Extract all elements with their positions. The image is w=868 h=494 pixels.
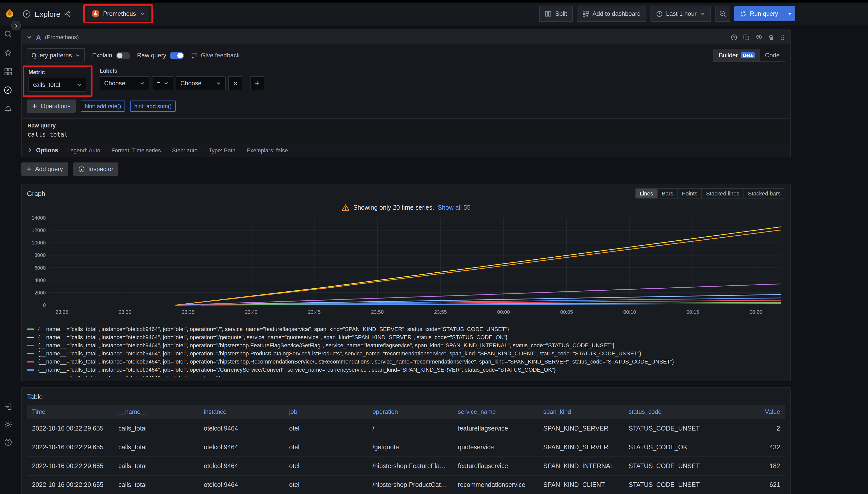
svg-text:0: 0 (43, 302, 46, 308)
duplicate-query-icon[interactable] (743, 34, 749, 40)
alerting-bell-icon[interactable] (3, 104, 12, 113)
graph-mode-bars[interactable]: Bars (657, 189, 677, 198)
collapse-chevron-icon[interactable] (26, 34, 32, 40)
hint-add-sum-button[interactable]: hint: add sum() (130, 100, 176, 112)
give-feedback-button[interactable]: Give feedback (191, 52, 240, 59)
table-cell: 2022-10-16 00:22:29.655 (27, 475, 113, 494)
column-header-instance[interactable]: instance (199, 405, 284, 419)
grafana-explore-page: Explore Prometheus (0, 0, 868, 494)
table-cell: 2 (714, 419, 785, 438)
sign-in-icon[interactable] (3, 402, 12, 411)
legend-item[interactable]: {__name__="calls_total", instance="otelc… (27, 333, 785, 341)
inspector-button[interactable]: Inspector (73, 163, 119, 176)
column-header-operation[interactable]: operation (367, 405, 453, 419)
svg-text:23:40: 23:40 (245, 309, 257, 315)
table-cell: STATUS_CODE_UNSET (623, 419, 714, 438)
builder-mode-option[interactable]: Builder Beta (714, 49, 760, 61)
column-header-name[interactable]: __name__ (113, 405, 199, 419)
editor-mode-switch: Builder Beta Code (713, 49, 785, 62)
raw-query-toggle[interactable]: Raw query (137, 52, 184, 59)
graph-panel-title: Graph (27, 190, 45, 197)
raw-query-label: Raw query (137, 52, 166, 59)
show-all-series-link[interactable]: Show all 55 (437, 204, 470, 211)
left-sidebar (0, 25, 16, 494)
label-value-value: Choose (180, 80, 201, 87)
svg-text:14000: 14000 (32, 215, 46, 221)
hide-response-eye-icon[interactable] (755, 34, 762, 41)
svg-text:10000: 10000 (32, 240, 46, 246)
legend-item[interactable]: {__name__="calls_total", instance="otelc… (27, 365, 785, 374)
dashboards-icon[interactable] (3, 67, 12, 76)
svg-text:00:10: 00:10 (623, 309, 636, 315)
graph-canvas[interactable]: 0200040006000800010000120001400023:2523:… (27, 215, 785, 321)
query-row-header[interactable]: A (Prometheus) (22, 30, 790, 44)
graph-legend: {__name__="calls_total", instance="otelc… (27, 325, 785, 377)
options-label[interactable]: Options (36, 147, 58, 153)
legend-item[interactable]: {__name__="calls_total", instance="otelc… (27, 341, 785, 349)
remove-query-trash-icon[interactable] (768, 34, 775, 40)
column-header-spankind[interactable]: span_kind (538, 405, 623, 419)
graph-mode-points[interactable]: Points (677, 189, 702, 198)
split-button[interactable]: Split (540, 5, 573, 22)
legend-item[interactable]: {__name__="calls_total", instance="otelc… (27, 357, 785, 365)
column-header-job[interactable]: job (284, 405, 367, 419)
options-summary: Legend: Auto Format: Time series Step: a… (67, 147, 288, 153)
page-title: Explore (35, 10, 60, 18)
share-icon[interactable] (64, 10, 71, 17)
column-header-value[interactable]: Value (714, 405, 785, 419)
legend-item[interactable]: {__name__="calls_total", instance="otelc… (27, 349, 785, 357)
query-ref-id[interactable]: A (36, 33, 41, 41)
graph-mode-stacked-bars[interactable]: Stacked bars (743, 189, 785, 198)
graph-mode-stacked-lines[interactable]: Stacked lines (702, 189, 743, 198)
explain-label: Explain (92, 52, 112, 59)
code-mode-option[interactable]: Code (760, 49, 785, 61)
query-editor-panel: A (Prometheus) (21, 30, 791, 157)
query-help-icon[interactable] (731, 34, 737, 40)
explain-switch[interactable] (115, 52, 130, 59)
explain-toggle[interactable]: Explain (92, 52, 130, 59)
label-value-select[interactable]: Choose (176, 76, 225, 90)
svg-text:00:15: 00:15 (686, 309, 699, 315)
options-row[interactable]: Options Legend: Auto Format: Time series… (27, 143, 785, 157)
time-range-picker[interactable]: Last 1 hour (650, 5, 711, 22)
graph-mode-lines[interactable]: Lines (636, 189, 657, 198)
zoom-out-button[interactable] (715, 5, 730, 22)
run-query-dropdown[interactable] (784, 6, 795, 21)
table-cell: recommendationservice (453, 475, 538, 494)
label-operator-select[interactable]: = (152, 76, 173, 90)
sidebar-expand-toggle[interactable] (11, 21, 21, 31)
add-to-dashboard-button[interactable]: Add to dashboard (577, 5, 647, 22)
remove-label-filter-button[interactable] (228, 76, 242, 90)
datasource-picker[interactable]: Prometheus (87, 6, 149, 21)
operations-button[interactable]: Operations (27, 99, 75, 113)
search-icon[interactable] (3, 30, 12, 38)
raw-query-switch[interactable] (170, 52, 184, 59)
metric-select[interactable]: calls_total (29, 78, 86, 92)
options-legend: Legend: Auto (67, 147, 101, 153)
column-header-servicename[interactable]: service_name (453, 405, 538, 419)
column-header-time[interactable]: Time (27, 405, 113, 419)
query-patterns-dropdown[interactable]: Query patterns (27, 48, 85, 62)
help-icon[interactable] (3, 438, 12, 446)
compass-icon (22, 10, 31, 18)
legend-label: {__name__="calls_total", instance="otelc… (38, 375, 220, 377)
run-query-button[interactable]: Run query (734, 6, 795, 21)
chevron-down-icon (216, 81, 221, 86)
table-cell: 2022-10-16 00:22:29.655 (27, 457, 113, 475)
svg-text:23:25: 23:25 (56, 309, 68, 315)
grafana-logo[interactable] (4, 8, 15, 19)
add-query-button[interactable]: Add query (21, 163, 68, 176)
legend-item[interactable]: {__name__="calls_total", instance="otelc… (27, 374, 785, 377)
add-label-filter-button[interactable] (250, 76, 264, 90)
column-header-statuscode[interactable]: status_code (623, 405, 714, 419)
legend-color-marker (27, 353, 34, 354)
drag-handle-icon[interactable] (780, 34, 786, 40)
svg-text:00:05: 00:05 (560, 309, 573, 315)
label-key-select[interactable]: Choose (100, 76, 149, 90)
starred-icon[interactable] (3, 48, 12, 57)
settings-gear-icon[interactable] (3, 420, 12, 429)
explore-nav-icon[interactable] (3, 86, 12, 94)
legend-item[interactable]: {__name__="calls_total", instance="otelc… (27, 325, 785, 333)
hint-add-rate-button[interactable]: hint: add rate() (80, 100, 125, 112)
svg-text:23:30: 23:30 (119, 309, 131, 315)
